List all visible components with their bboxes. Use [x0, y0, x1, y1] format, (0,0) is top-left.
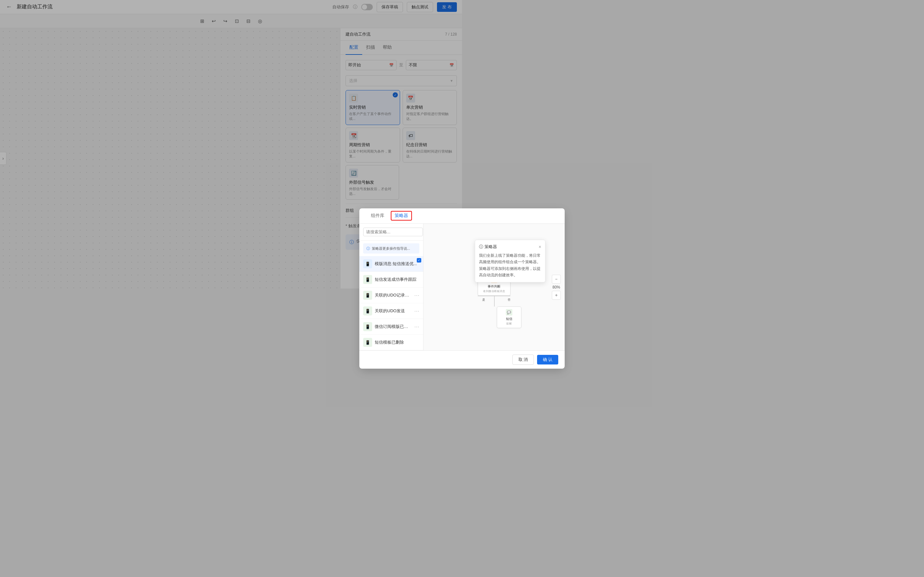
strategy-icon-0: 📱 [363, 259, 372, 268]
strategy-search-input[interactable] [363, 227, 423, 236]
strategy-item-1[interactable]: 📱 短信发送成功事件跟踪 [359, 272, 423, 287]
strategy-dialog: 组件库 策略器 🔍 ＋ ⓘ 策略器更多操作指导说... [359, 208, 462, 288]
modal-backdrop: 组件库 策略器 🔍 ＋ ⓘ 策略器更多操作指导说... [0, 0, 462, 288]
info-banner-text: 策略器更多操作指导说... [372, 246, 410, 251]
strategy-check-0: ✓ [417, 258, 421, 263]
dialog-tab-component[interactable]: 组件库 [366, 208, 389, 224]
strategy-icon-1: 📱 [363, 275, 372, 284]
dialog-right-panel: ⓘ 策略器 × 我们全新上线了策略器功能，将日常高频使用的组件组合成一个策略器。… [423, 224, 462, 288]
dialog-tab-strategy[interactable]: 策略器 [391, 211, 412, 221]
strategy-item-0[interactable]: 📱 模版消息:短信推送优... ✓ [359, 256, 423, 272]
strategy-name-1: 短信发送成功事件跟踪 [375, 277, 419, 282]
dialog-search-row: 🔍 ＋ [359, 224, 423, 241]
dialog-body: 🔍 ＋ ⓘ 策略器更多操作指导说... 📱 模版消息:短信推送优... ✓ [359, 224, 462, 288]
strategy-info-banner: ⓘ 策略器更多操作指导说... [363, 243, 419, 254]
dialog-left-panel: 🔍 ＋ ⓘ 策略器更多操作指导说... 📱 模版消息:短信推送优... ✓ [359, 224, 423, 288]
dialog-tabs: 组件库 策略器 [359, 208, 462, 224]
info-banner-icon: ⓘ [367, 246, 370, 251]
strategy-name-0: 模版消息:短信推送优... [375, 261, 419, 267]
strategy-list: 📱 模版消息:短信推送优... ✓ 📱 短信发送成功事件跟踪 📱 关联的UDO记… [359, 256, 423, 288]
strategy-item-2[interactable]: 📱 关联的UDO记录事件 ⋯ [359, 287, 423, 288]
